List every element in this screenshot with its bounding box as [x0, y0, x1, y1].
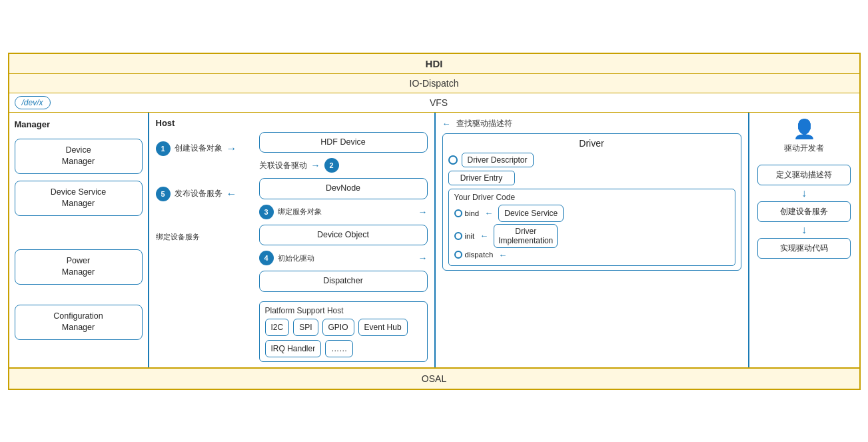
hdi-label: HDI [426, 58, 443, 69]
step-3-label: 绑定服务对象 [278, 207, 414, 217]
dev-step1-label: 定义驱动描述符 [776, 170, 832, 179]
dsm-line2: Manager [62, 199, 95, 208]
step-1-label: 创建设备对象 [175, 143, 222, 154]
driver-descriptor-row: Driver Descriptor [448, 153, 735, 167]
device-object-box: Device Object [259, 225, 428, 246]
arrow-right-1: → [226, 143, 237, 155]
step-4-row: 4 初始化驱动 → [259, 251, 428, 265]
device-object-label: Device Object [317, 230, 369, 239]
platform-irq: IRQ Handler [265, 340, 322, 357]
cm-line1: Configuration [53, 311, 103, 321]
dispatch-row: dispatch ← [454, 250, 729, 260]
panel-dev: 👤 驱动开发者 定义驱动描述符 ↓ 创建设备服务 ↓ 实现驱动代码 [749, 113, 859, 367]
dev-arrow-1: ↓ [801, 188, 807, 199]
arrow-right-4: → [418, 253, 428, 263]
platform-items-list: I2C SPI GPIO Event Hub IRQ Handler …… [265, 319, 422, 357]
platform-host-label: Platform Support Host [265, 306, 422, 315]
init-arrow: ← [480, 231, 488, 241]
host-steps-col: 1 创建设备对象 → 5 发布设备服务 ← 绑定设 [156, 132, 252, 362]
step-4-label: 初始化驱动 [278, 253, 414, 263]
dev-arrow-2: ↓ [801, 225, 807, 235]
step-5-label: 发布设备服务 [175, 188, 222, 199]
bind-service-label: 绑定设备服务 [156, 232, 200, 242]
devnode-label: DevNode [326, 183, 360, 193]
your-driver-title: Your Driver Code [454, 193, 729, 202]
driver-title: Driver [448, 138, 735, 149]
panel-host: Host 1 创建设备对象 → 5 发布设备服务 [149, 113, 436, 367]
manager-label: Manager [15, 119, 143, 129]
dev-step3-box: 实现驱动代码 [757, 238, 851, 259]
platform-gpio: GPIO [322, 319, 354, 336]
vfs-label: VFS [56, 97, 822, 108]
dsm-line1: Device Service [51, 187, 106, 197]
init-label-text: init [465, 232, 475, 240]
platform-host-box: Platform Support Host I2C SPI GPIO Event… [259, 301, 428, 362]
your-driver-code-box: Your Driver Code bind ← Device Service i… [448, 189, 735, 266]
dev-person-icon: 👤 [793, 118, 816, 140]
step-2-circle: 2 [324, 158, 339, 173]
device-manager-box: Device Manager [15, 139, 143, 174]
device-manager-line1: Device [65, 145, 91, 155]
lollipop-init [454, 232, 462, 240]
dev-step1-box: 定义驱动描述符 [757, 165, 851, 185]
dev-title-label: 驱动开发者 [784, 143, 824, 154]
devnode-box: DevNode [259, 178, 428, 199]
driver-impl-box: DriverImplementation [494, 224, 558, 248]
vfs-row: /dev/x VFS [9, 93, 859, 113]
hdf-device-label: HDF Device [320, 137, 365, 147]
dispatcher-box: Dispatcher [259, 271, 428, 292]
assoc-arrow: → [311, 160, 320, 171]
dispatch-arrow: ← [498, 250, 507, 260]
platform-more: …… [325, 340, 353, 357]
step-3-row: 3 绑定服务对象 → [259, 205, 428, 219]
step-1-circle: 1 [156, 141, 171, 156]
init-row: init ← DriverImplementation [454, 224, 729, 248]
iodispatch-row: IO-Dispatch [9, 74, 859, 93]
device-service-box: Device Service [498, 205, 564, 222]
assoc-label: 关联设备驱动 [259, 161, 307, 171]
panel-driver: ← 查找驱动描述符 Driver Driver Descriptor Drive… [436, 113, 749, 367]
iodispatch-label: IO-Dispatch [410, 78, 459, 89]
dev-step3-label: 实现驱动代码 [780, 243, 828, 253]
driver-entry-row: Driver Entry [448, 171, 735, 185]
assoc-row: 关联设备驱动 → 2 [259, 158, 428, 173]
lollipop-dispatch [454, 251, 462, 259]
panel-manager: Manager Device Manager Device Service Ma… [9, 113, 149, 367]
step-3-circle: 3 [259, 205, 274, 219]
find-descriptor-row: ← 查找驱动描述符 [442, 118, 741, 129]
power-manager-box: Power Manager [15, 249, 143, 285]
step-1-row: 1 创建设备对象 → [156, 141, 237, 156]
lollipop-bind [454, 209, 462, 217]
pm-line2: Manager [62, 267, 95, 277]
step-5-circle: 5 [156, 187, 171, 201]
device-manager-line2: Manager [62, 157, 95, 166]
step-5-row: 5 发布设备服务 ← [156, 187, 237, 201]
cm-line2: Manager [62, 323, 95, 332]
bind-arrow: ← [484, 208, 493, 218]
driver-outer-box: Driver Driver Descriptor Driver Entry Yo… [442, 133, 741, 271]
dispatcher-label: Dispatcher [323, 276, 363, 285]
main-diagram: HDI IO-Dispatch /dev/x VFS Manager Devic… [8, 53, 861, 390]
step-4-circle: 4 [259, 251, 274, 265]
host-inner: 1 创建设备对象 → 5 发布设备服务 ← 绑定设 [156, 132, 428, 362]
osal-label: OSAL [422, 373, 446, 384]
driver-descriptor-box: Driver Descriptor [462, 153, 534, 167]
pm-line1: Power [67, 256, 90, 265]
host-label: Host [156, 118, 428, 128]
hdi-row: HDI [9, 54, 859, 74]
find-desc-arrow: ← [442, 119, 451, 129]
dev-step2-box: 创建设备服务 [757, 201, 851, 222]
dev-section: 👤 驱动开发者 定义驱动描述符 ↓ 创建设备服务 ↓ 实现驱动代码 [757, 118, 851, 259]
arrow-right-3: → [418, 207, 428, 217]
main-row: Manager Device Manager Device Service Ma… [9, 113, 859, 368]
dev-step2-label: 创建设备服务 [780, 207, 828, 216]
platform-spi: SPI [293, 319, 318, 336]
find-desc-label: 查找驱动描述符 [456, 118, 512, 129]
bind-label-text: bind [465, 209, 480, 217]
arrow-left-5: ← [226, 188, 237, 200]
bind-row: bind ← Device Service [454, 205, 729, 222]
osal-row: OSAL [9, 368, 859, 389]
hdf-device-box: HDF Device [259, 132, 428, 153]
lollipop-1 [448, 155, 458, 165]
host-boxes-col: HDF Device 关联设备驱动 → 2 DevNode 3 [259, 132, 428, 362]
